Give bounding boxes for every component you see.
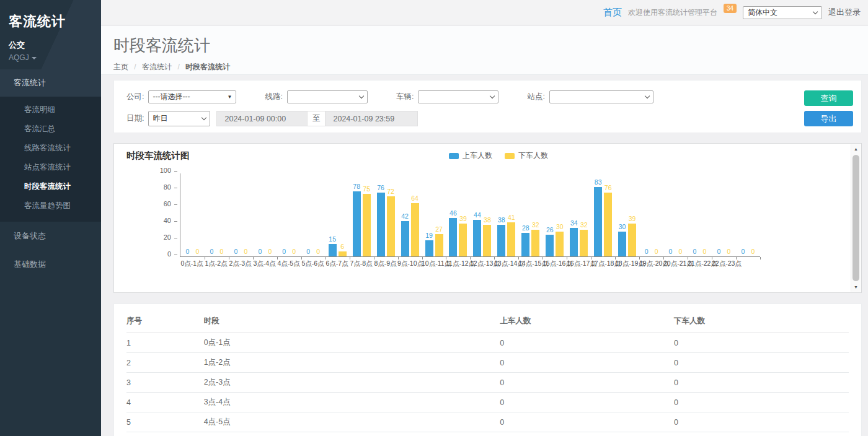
- date-from-input[interactable]: 2024-01-09 00:00: [216, 111, 308, 126]
- scrollbar-down-icon[interactable]: ▼: [851, 282, 861, 292]
- bar-value-label: 0: [234, 248, 237, 255]
- page-heading: 时段客流统计 主页 / 客流统计 / 时段客流统计: [101, 26, 868, 75]
- sidebar-item[interactable]: 时段客流统计: [0, 177, 101, 196]
- x-tick-label: 11点-12点: [446, 259, 470, 268]
- sidebar-item[interactable]: 站点客流统计: [0, 158, 101, 177]
- filter-row-selects: 公司: ---请选择--- ▼ 线路: 车辆:: [126, 90, 849, 103]
- x-tick-label: 18点-19点: [615, 259, 639, 268]
- line-select[interactable]: [287, 90, 368, 103]
- org-code-dropdown[interactable]: AQGJ: [9, 53, 92, 62]
- bar: [353, 191, 361, 256]
- bar-group: 00: [663, 173, 688, 256]
- org-code-label: AQGJ: [9, 53, 29, 62]
- bar-value-label: 39: [459, 215, 467, 222]
- chart-scrollbar[interactable]: ▲ ▼: [851, 144, 861, 292]
- table-panel: 序号时段上车人数下车人数 10点-1点0021点-2点0032点-3点0043点…: [113, 303, 862, 436]
- bar-value-label: 0: [258, 248, 262, 255]
- bar: [628, 224, 636, 256]
- topbar: 首页 欢迎使用客流统计管理平台 34 简体中文 退出登录: [101, 0, 868, 25]
- chevron-down-icon: [645, 94, 650, 98]
- sidebar-item[interactable]: 客流汇总: [0, 120, 101, 139]
- bar: [425, 240, 433, 256]
- bar-value-label: 32: [580, 221, 588, 229]
- bar-group: 00: [639, 173, 663, 256]
- sidebar-item-device-status[interactable]: 设备状态: [0, 222, 101, 250]
- breadcrumb-passenger-stats[interactable]: 客流统计: [142, 63, 172, 71]
- chart-legend: 上车人数下车人数: [449, 150, 548, 161]
- bar: [435, 234, 443, 256]
- table-cell: 2点-3点: [204, 373, 500, 393]
- chart-plot: 0000000000001567875767242641927463944383…: [180, 173, 760, 257]
- query-button[interactable]: 查询: [804, 90, 853, 106]
- sidebar-item[interactable]: 线路客流统计: [0, 139, 101, 158]
- sidebar-item[interactable]: 客流量趋势图: [0, 196, 101, 216]
- bar-value-label: 0: [186, 248, 190, 255]
- sidebar-logo-area: 客流统计 公交 AQGJ: [0, 0, 101, 69]
- bar: [546, 235, 554, 256]
- company-select[interactable]: ---请选择--- ▼: [148, 90, 236, 103]
- line-label: 线路:: [265, 92, 282, 102]
- bar: [401, 221, 409, 256]
- x-tick-label: 1点-2点: [204, 259, 228, 268]
- logout-link[interactable]: 退出登录: [828, 7, 861, 18]
- bar: [483, 225, 491, 256]
- date-label: 日期:: [126, 113, 144, 124]
- bar-value-label: 0: [655, 248, 658, 255]
- bar-group: 7875: [350, 173, 374, 256]
- y-tick-label: 40: [153, 217, 171, 224]
- date-preset-value: 昨日: [153, 113, 167, 124]
- scrollbar-up-icon[interactable]: ▲: [851, 144, 861, 154]
- bar-value-label: 0: [316, 248, 320, 255]
- table-cell: 5点-6点: [204, 432, 500, 436]
- bar: [580, 230, 588, 256]
- bar-value-label: 72: [387, 188, 394, 195]
- legend-label: 上车人数: [463, 150, 492, 161]
- sidebar-item-base-data[interactable]: 基础数据: [0, 250, 101, 279]
- chevron-down-icon: [202, 115, 206, 120]
- x-tick-label: 16点-17点: [567, 259, 591, 268]
- bar-value-label: 83: [595, 178, 602, 186]
- caret-down-icon: [32, 57, 37, 59]
- vehicle-select[interactable]: [418, 90, 498, 103]
- bar-value-label: 34: [570, 219, 578, 227]
- bar: [459, 224, 467, 256]
- table-cell: 4点-5点: [204, 412, 500, 432]
- y-tick-label: 80: [153, 183, 171, 191]
- table-header-cell: 序号: [126, 310, 204, 333]
- notification-badge[interactable]: 34: [724, 4, 737, 13]
- breadcrumb: 主页 / 客流统计 / 时段客流统计: [113, 62, 868, 72]
- table-cell: 4: [126, 393, 204, 412]
- bar-group: 3841: [494, 173, 518, 256]
- bar-group: 00: [180, 173, 205, 256]
- x-tick-label: 4点-5点: [277, 259, 301, 268]
- bar-group: 7672: [374, 173, 398, 256]
- y-tick-label: 0: [153, 250, 171, 258]
- home-link[interactable]: 首页: [603, 7, 622, 19]
- export-button[interactable]: 导出: [804, 111, 853, 126]
- bar-value-label: 0: [669, 248, 673, 255]
- station-select[interactable]: [549, 90, 653, 103]
- language-select[interactable]: 简体中文: [743, 6, 822, 19]
- legend-item[interactable]: 下车人数: [505, 150, 548, 161]
- bar: [377, 193, 385, 256]
- date-preset-select[interactable]: 昨日: [148, 111, 210, 126]
- bar-group: 1927: [422, 173, 446, 256]
- bar-value-label: 41: [508, 214, 515, 221]
- breadcrumb-home[interactable]: 主页: [113, 63, 128, 71]
- bar-value-label: 6: [340, 243, 344, 250]
- sidebar-item[interactable]: 客流明细: [0, 100, 101, 120]
- bar-group: 00: [736, 173, 760, 256]
- bar-group: 00: [712, 173, 736, 256]
- x-tick-label: 13点-14点: [494, 259, 518, 268]
- sidebar-section-passenger-stats[interactable]: 客流统计: [0, 69, 101, 97]
- scrollbar-thumb[interactable]: [852, 155, 859, 281]
- breadcrumb-separator: /: [177, 63, 179, 71]
- table-row: 43点-4点00: [126, 393, 849, 412]
- legend-item[interactable]: 上车人数: [449, 150, 492, 161]
- filter-row-date: 日期: 昨日 2024-01-09 00:00 至 2024-01-09 23:…: [126, 111, 849, 126]
- date-to-input[interactable]: 2024-01-09 23:59: [325, 111, 418, 126]
- table-cell: 6: [126, 432, 204, 436]
- y-tick-label: 20: [153, 233, 171, 241]
- bar-value-label: 0: [244, 248, 247, 255]
- x-tick-label: 20点-21点: [663, 259, 688, 268]
